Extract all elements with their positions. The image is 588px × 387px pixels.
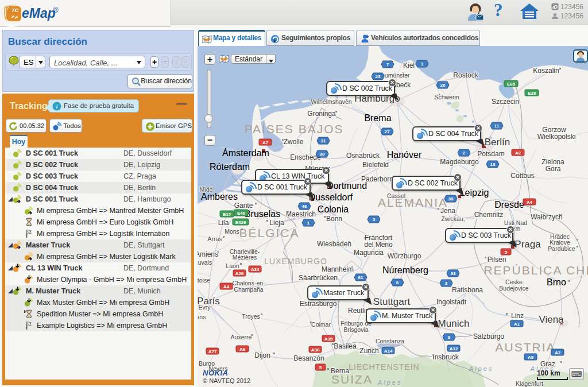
svg-text:38: 38 (448, 196, 454, 202)
svg-text:Würzburgo: Würzburgo (388, 252, 421, 260)
svg-text:LIECHTENSTEIN: LIECHTENSTEIN (349, 362, 419, 371)
svg-text:Zwolle: Zwolle (284, 138, 304, 146)
svg-text:1: 1 (421, 61, 424, 67)
svg-text:REPÚBLICA CHECA: REPÚBLICA CHECA (483, 264, 588, 277)
svg-text:iD: iD (552, 4, 558, 10)
svg-text:Mons: Mons (225, 228, 239, 235)
svg-text:13: 13 (490, 162, 496, 167)
svg-text:Bruselas: Bruselas (245, 209, 280, 219)
svg-text:Brisgovia: Brisgovia (343, 326, 368, 333)
svg-text:Dresde: Dresde (494, 200, 524, 210)
svg-text:LUXEMBURGO: LUXEMBURGO (264, 257, 327, 266)
svg-text:Wilhelmshaven: Wilhelmshaven (311, 98, 351, 105)
svg-text:Gante: Gante (234, 202, 253, 210)
svg-text:Schwerin: Schwerin (434, 94, 459, 100)
svg-text:23: 23 (376, 74, 381, 79)
svg-text:Dusseldorf: Dusseldorf (309, 192, 353, 202)
svg-text:Amiens: Amiens (198, 250, 218, 258)
svg-text:20: 20 (440, 83, 446, 88)
svg-text:E17: E17 (223, 212, 231, 217)
svg-text:A12: A12 (450, 346, 458, 351)
svg-text:A6: A6 (239, 347, 246, 352)
svg-text:A14: A14 (384, 349, 393, 354)
svg-text:Pardubice: Pardubice (548, 245, 575, 252)
svg-text:Hanóver: Hanóver (387, 150, 422, 160)
svg-text:Troyes: Troyes (242, 313, 260, 320)
svg-text:A35: A35 (324, 336, 333, 342)
svg-text:5: 5 (319, 365, 322, 370)
svg-text:Rostock: Rostock (453, 71, 478, 79)
svg-text:A7: A7 (262, 140, 269, 145)
svg-text:A34: A34 (251, 267, 260, 272)
svg-text:A2: A2 (515, 150, 521, 156)
svg-text:BÉLGICA: BÉLGICA (239, 226, 299, 239)
svg-text:Groninga: Groninga (307, 110, 336, 118)
svg-text:Maguncia: Maguncia (354, 249, 384, 257)
svg-text:Ingolstadt: Ingolstadt (436, 298, 467, 306)
svg-text:61: 61 (358, 275, 363, 280)
svg-text:ntoise: ntoise (198, 277, 210, 284)
svg-text:Wałbrzych: Wałbrzych (531, 213, 563, 221)
svg-text:E40: E40 (237, 211, 246, 216)
svg-text:Basilea: Basilea (334, 342, 357, 350)
svg-text:auvais: auvais (198, 259, 212, 266)
svg-text:Bielefeld: Bielefeld (362, 161, 389, 169)
svg-text:30: 30 (320, 152, 325, 157)
svg-text:Stuttgart: Stuttgart (373, 296, 411, 307)
svg-text:Núremberg: Núremberg (382, 265, 428, 275)
svg-text:Constanza: Constanza (376, 338, 404, 345)
svg-text:TC: TC (11, 7, 18, 13)
svg-text:Chemnitz: Chemnitz (474, 211, 504, 219)
svg-text:Pilsen: Pilsen (488, 256, 506, 264)
svg-text:Zwickau,: Zwickau, (441, 215, 465, 222)
svg-text:ans: ans (198, 314, 206, 320)
svg-text:Saarbrücken: Saarbrücken (299, 274, 338, 282)
svg-text:A26: A26 (235, 271, 244, 276)
svg-text:A2: A2 (555, 350, 561, 355)
svg-text:A9: A9 (528, 355, 534, 360)
svg-text:Brema: Brema (364, 113, 391, 123)
svg-text:Szczecin: Szczecin (492, 98, 519, 106)
svg-text:Berna: Berna (331, 367, 349, 375)
svg-text:93: 93 (451, 271, 456, 276)
svg-text:Alpes: Alpes (377, 379, 403, 386)
svg-text:27: 27 (385, 129, 390, 134)
svg-text:Arras: Arras (207, 235, 222, 242)
svg-text:Amberes: Amberes (201, 192, 238, 202)
svg-text:A77: A77 (208, 349, 217, 354)
svg-text:Cottbus: Cottbus (510, 172, 534, 180)
svg-text:Potsdam: Potsdam (477, 150, 504, 158)
svg-text:11: 11 (494, 123, 500, 129)
svg-text:Cassel: Cassel (387, 192, 405, 199)
svg-text:Graz: Graz (540, 360, 555, 368)
svg-text:46: 46 (302, 204, 307, 209)
svg-text:Ratisbona: Ratisbona (452, 286, 483, 294)
svg-text:A1: A1 (514, 322, 520, 327)
svg-text:Paderborn: Paderborn (361, 175, 393, 183)
svg-text:Besanzón: Besanzón (293, 354, 324, 362)
svg-text:6: 6 (396, 280, 399, 285)
svg-text:Estrasburgo: Estrasburgo (300, 300, 337, 308)
svg-text:Ámsterdam: Ámsterdam (222, 148, 269, 158)
svg-text:Berlín: Berlín (485, 137, 510, 148)
svg-text:Wielkopolski: Wielkopolski (537, 133, 576, 141)
svg-text:Salzburgo: Salzburgo (473, 332, 504, 340)
svg-text:1: 1 (307, 220, 310, 226)
svg-text:Kiel: Kiel (403, 61, 415, 69)
svg-text:A4: A4 (223, 284, 230, 289)
svg-text:Auxerre: Auxerre (231, 334, 252, 340)
svg-text:2: 2 (463, 150, 466, 156)
svg-text:Klagenfurt: Klagenfurt (516, 380, 543, 387)
svg-text:Koszalin: Koszalin (533, 67, 559, 75)
svg-text:Munich: Munich (438, 318, 470, 329)
svg-text:PAÍSES BAJOS: PAÍSES BAJOS (245, 122, 344, 136)
svg-text:Lieja: Lieja (269, 219, 284, 227)
svg-text:5: 5 (373, 217, 376, 222)
svg-text:7: 7 (386, 62, 389, 67)
svg-text:E429: E429 (235, 220, 246, 225)
svg-text:3: 3 (445, 281, 448, 286)
svg-text:Bonn: Bonn (326, 215, 342, 223)
svg-text:Gora: Gora (546, 165, 561, 173)
svg-text:AUSTRIA: AUSTRIA (495, 340, 555, 354)
svg-text:Osnabrück: Osnabrück (346, 152, 380, 160)
